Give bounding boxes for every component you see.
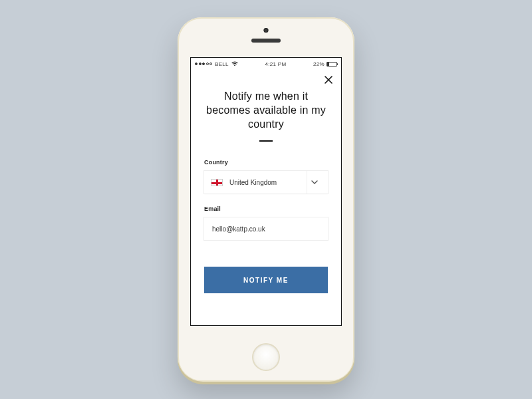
wifi-icon (231, 61, 238, 66)
country-select-value: United Kingdom (229, 179, 300, 186)
status-bar-right: 22% (313, 61, 337, 67)
page-title: Notify me when it becomes available in m… (204, 90, 328, 131)
status-bar: BELL 4:21 PM 22% (191, 58, 341, 70)
phone-screen: BELL 4:21 PM 22% Notify me when it becom… (190, 57, 342, 326)
status-bar-left: BELL (195, 61, 238, 67)
close-icon (325, 76, 332, 84)
uk-flag-icon (211, 179, 223, 186)
battery-pct-label: 22% (313, 61, 325, 67)
battery-icon (327, 62, 337, 66)
earpiece-speaker (251, 39, 281, 43)
phone-top-hardware (178, 17, 354, 57)
phone-frame: BELL 4:21 PM 22% Notify me when it becom… (178, 17, 354, 382)
country-field-label: Country (204, 159, 328, 166)
title-divider (259, 140, 273, 142)
chevron-down-icon (307, 171, 321, 194)
email-field-label: Email (204, 205, 328, 212)
carrier-label: BELL (215, 61, 229, 67)
notify-form: Notify me when it becomes available in m… (191, 70, 341, 325)
email-input[interactable] (212, 225, 320, 233)
close-button[interactable] (323, 74, 334, 86)
country-select[interactable]: United Kingdom (204, 171, 328, 194)
front-camera (264, 28, 269, 33)
status-bar-time: 4:21 PM (265, 61, 286, 67)
home-button[interactable] (252, 343, 280, 371)
notify-me-button[interactable]: NOTIFY ME (204, 267, 328, 293)
email-input-wrapper (204, 217, 328, 240)
signal-dots-icon (195, 63, 212, 65)
